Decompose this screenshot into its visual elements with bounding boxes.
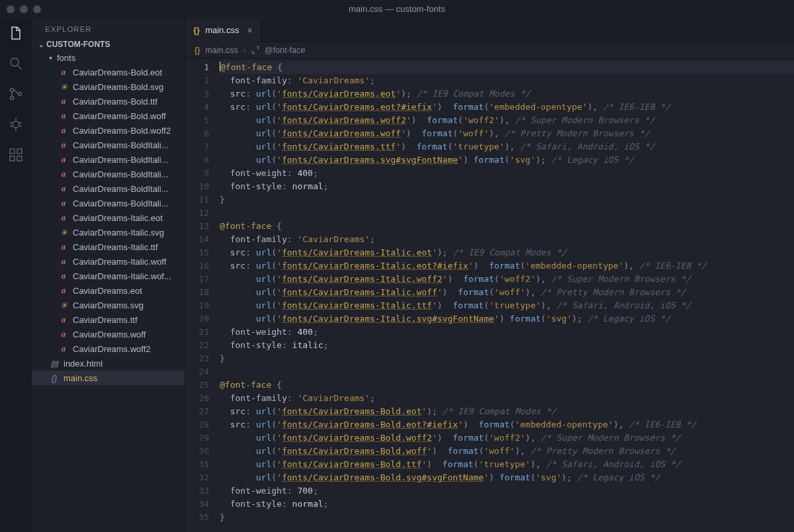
file-label: CaviarDreams.ttf [73,315,138,325]
breadcrumb-file[interactable]: main.css [205,46,238,55]
breadcrumb-symbol[interactable]: @font-face [265,46,305,55]
css-file-icon: {} [49,373,60,383]
font-file-icon: a [58,198,69,208]
file-item[interactable]: aCaviarDreams-Bold.woff [32,109,185,123]
window-close-icon[interactable] [7,5,15,13]
file-label: CaviarDreams-BoldItali... [73,155,169,165]
font-file-icon: a [58,212,69,223]
editor-group: {} main.css × {} main.css › ⌞⌝ @font-fac… [185,19,794,532]
file-label: CaviarDreams-BoldItali... [73,140,169,150]
file-label: CaviarDreams-Italic.woff [73,257,166,267]
font-file-icon: a [58,154,69,165]
font-file-icon: a [58,271,69,281]
file-label: CaviarDreams-Bold.ttf [73,97,157,107]
file-item[interactable]: ✳CaviarDreams.svg [32,298,185,312]
css-file-icon: {} [195,46,200,55]
svg-point-5 [13,121,19,128]
sidebar-section-root[interactable]: ⌄ CUSTOM-FONTS [32,37,185,50]
font-file-icon: a [58,169,69,179]
file-label: CaviarDreams-Italic.eot [73,213,163,223]
folder-fonts[interactable]: ▾fonts [32,50,185,65]
file-item[interactable]: ✳CaviarDreams-Bold.svg [32,79,185,94]
chevron-down-icon: ▾ [49,54,56,62]
code-editor[interactable]: 1234567891011121314151617181920212223242… [185,58,794,532]
file-item[interactable]: aCaviarDreams-Italic.woff [32,254,185,269]
file-label: CaviarDreams-BoldItali... [73,184,169,194]
file-item[interactable]: aCaviarDreams-Italic.ttf [32,240,185,254]
file-label: CaviarDreams.svg [73,300,144,310]
file-item[interactable]: aCaviarDreams-BoldItali... [32,196,185,210]
file-item[interactable]: aCaviarDreams-Bold.ttf [32,94,185,109]
font-file-icon: a [58,183,69,194]
file-item[interactable]: ▤index.html [32,356,185,371]
file-item[interactable]: aCaviarDreams-Bold.eot [32,65,185,79]
file-label: CaviarDreams-Bold.woff [73,111,166,121]
source-control-icon[interactable] [7,85,25,103]
file-item[interactable]: aCaviarDreams.ttf [32,312,185,327]
file-item[interactable]: aCaviarDreams.eot [32,283,185,298]
extensions-icon[interactable] [7,146,25,164]
tab-main-css[interactable]: {} main.css × [185,19,261,42]
debug-icon[interactable] [7,115,25,134]
file-label: CaviarDreams-Bold.svg [73,82,163,92]
svg-line-1 [18,66,22,69]
traffic-lights [7,5,41,13]
code-content[interactable]: @font-face { font-family: 'CaviarDreams'… [216,58,794,532]
svg-point-2 [11,89,14,92]
file-label: CaviarDreams-Italic.svg [73,228,164,238]
explorer-sidebar: EXPLORER ⌄ CUSTOM-FONTS ▾fontsaCaviarDre… [32,19,185,532]
file-item[interactable]: aCaviarDreams-Bold.woff2 [32,123,185,138]
font-file-icon: a [58,285,69,296]
svg-file-icon: ✳ [58,300,69,310]
sidebar-section-label: CUSTOM-FONTS [46,40,110,49]
file-item[interactable]: aCaviarDreams-BoldItali... [32,167,185,181]
file-label: main.css [64,373,97,383]
file-label: CaviarDreams-Bold.eot [73,67,162,77]
file-item[interactable]: aCaviarDreams-BoldItali... [32,152,185,167]
svg-point-4 [19,93,22,96]
font-file-icon: a [58,242,69,252]
folder-label: fonts [57,53,75,63]
css-file-icon: {} [193,25,200,35]
window-minimize-icon[interactable] [20,5,28,13]
file-label: CaviarDreams-BoldItali... [73,199,169,208]
file-item[interactable]: {}main.css [32,371,185,385]
font-file-icon: a [58,256,69,267]
html-file-icon: ▤ [49,359,60,369]
search-icon[interactable] [7,54,25,73]
titlebar: main.css — custom-fonts [0,0,794,19]
file-item[interactable]: ✳CaviarDreams-Italic.svg [32,225,185,240]
svg-line-9 [10,126,13,126]
svg-point-3 [11,97,14,100]
svg-rect-14 [17,156,22,161]
svg-line-11 [19,126,22,126]
svg-point-0 [11,58,19,66]
svg-file-icon: ✳ [58,228,69,238]
svg-line-10 [19,122,22,123]
close-icon[interactable]: × [244,25,252,36]
file-item[interactable]: aCaviarDreams-BoldItali... [32,138,185,152]
file-item[interactable]: aCaviarDreams-BoldItali... [32,181,185,196]
file-item[interactable]: aCaviarDreams.woff [32,327,185,341]
file-item[interactable]: aCaviarDreams.woff2 [32,341,185,356]
svg-rect-15 [17,149,22,154]
chevron-down-icon: ⌄ [38,41,44,48]
file-label: CaviarDreams-Italic.ttf [73,242,158,252]
chevron-right-icon: › [243,46,246,55]
at-rule-icon: ⌞⌝ [251,45,259,55]
activity-bar [0,19,32,532]
line-number-gutter: 1234567891011121314151617181920212223242… [185,58,216,532]
svg-file-icon: ✳ [58,82,69,92]
explorer-icon[interactable] [7,24,25,42]
file-item[interactable]: aCaviarDreams-Italic.eot [32,210,185,225]
file-label: index.html [64,359,103,369]
font-file-icon: a [58,140,69,150]
sidebar-title: EXPLORER [32,19,185,37]
window-zoom-icon[interactable] [33,5,41,13]
editor-tabs: {} main.css × [185,19,794,42]
file-label: CaviarDreams-BoldItali... [73,169,169,179]
file-tree: ▾fontsaCaviarDreams-Bold.eot✳CaviarDream… [32,50,185,532]
breadcrumbs[interactable]: {} main.css › ⌞⌝ @font-face [185,42,794,58]
file-item[interactable]: aCaviarDreams-Italic.wof... [32,269,185,283]
font-file-icon: a [58,67,69,77]
